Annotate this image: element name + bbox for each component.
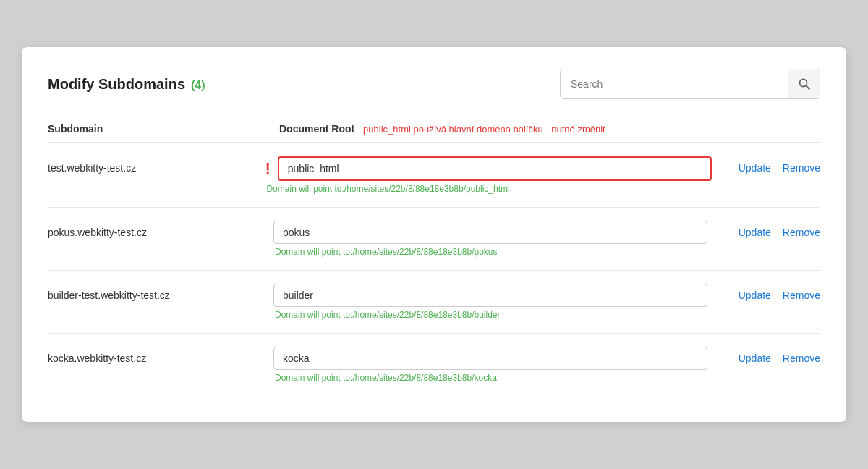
docroot-input[interactable] [273,284,707,307]
card-header: Modify Subdomains (4) [48,69,820,114]
table-row: builder-test.webkitty-test.czDomain will… [48,271,820,334]
page-title: Modify Subdomains [48,76,185,93]
update-button[interactable]: Update [739,227,771,238]
docroot-cell: Domain will point to:/home/sites/22b/8/8… [273,221,707,257]
docroot-cell: Domain will point to:/home/sites/22b/8/8… [273,347,707,383]
domain-hint: Domain will point to:/home/sites/22b/8/8… [273,247,707,257]
search-input[interactable] [561,78,788,90]
table-row: test.webkitty-test.cz!Domain will point … [48,143,820,208]
svg-line-1 [806,86,809,90]
docroot-input[interactable] [273,347,707,370]
main-card: Modify Subdomains (4) Subdomain Document… [22,47,846,422]
col-header-docroot: Document Root public_html používá hlavní… [279,123,705,135]
domain-hint: Domain will point to:/home/sites/22b/8/8… [273,310,707,320]
title-area: Modify Subdomains (4) [48,76,205,93]
remove-button[interactable]: Remove [783,227,820,238]
actions-cell: UpdateRemove [707,347,820,364]
search-icon [799,78,810,90]
update-button[interactable]: Update [739,290,771,301]
remove-button[interactable]: Remove [783,352,820,364]
subdomain-cell: builder-test.webkitty-test.cz [48,284,273,301]
search-area [560,69,820,99]
warning-label: public_html používá hlavní doména balíčk… [363,124,605,135]
update-button[interactable]: Update [739,352,771,364]
search-button[interactable] [788,69,820,99]
table-row: kocka.webkitty-test.czDomain will point … [48,334,820,396]
docroot-input[interactable] [278,156,712,181]
table-header: Subdomain Document Root public_html použ… [48,114,820,143]
actions-cell: UpdateRemove [712,156,820,174]
docroot-cell: Domain will point to:/home/sites/22b/8/8… [273,284,707,320]
docroot-cell: !Domain will point to:/home/sites/22b/8/… [265,156,711,194]
domain-hint: Domain will point to:/home/sites/22b/8/8… [273,373,707,383]
subdomain-cell: test.webkitty-test.cz [48,156,265,174]
subdomain-cell: kocka.webkitty-test.cz [48,347,273,364]
warning-icon: ! [265,161,270,177]
actions-cell: UpdateRemove [707,284,820,301]
count-badge: (4) [191,79,205,92]
actions-cell: UpdateRemove [707,221,820,238]
col-header-subdomain: Subdomain [48,123,279,135]
domain-hint: Domain will point to:/home/sites/22b/8/8… [265,184,711,194]
table-row: pokus.webkitty-test.czDomain will point … [48,208,820,271]
update-button[interactable]: Update [739,162,771,174]
remove-button[interactable]: Remove [783,162,820,174]
table-body: test.webkitty-test.cz!Domain will point … [48,143,820,396]
docroot-input[interactable] [273,221,707,244]
subdomain-cell: pokus.webkitty-test.cz [48,221,273,238]
remove-button[interactable]: Remove [783,290,820,301]
